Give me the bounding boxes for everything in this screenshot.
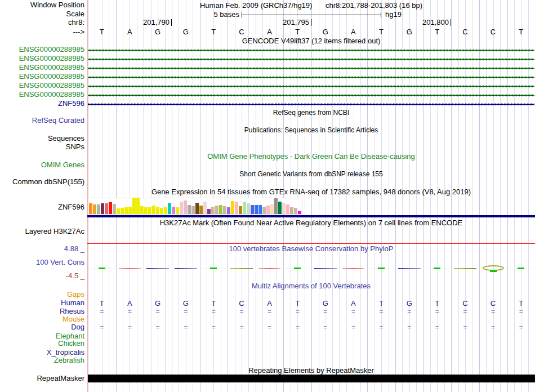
gtex-bar[interactable] — [101, 203, 104, 214]
green-dash — [434, 268, 440, 269]
multiz-row-dog[interactable]: ================ — [88, 323, 535, 332]
multiz-label-mouse[interactable]: Mouse — [0, 315, 84, 323]
gtex-bar[interactable] — [286, 204, 289, 214]
gtex-bar[interactable] — [251, 205, 254, 214]
gtex-bar[interactable] — [117, 208, 120, 214]
gtex-bar[interactable] — [247, 203, 250, 214]
multiz-label-chicken[interactable]: Chicken — [0, 340, 84, 348]
base-cell: C — [479, 28, 507, 36]
gtex-bar[interactable] — [121, 208, 124, 214]
alignment-match-cell: = — [311, 323, 340, 332]
blue-line — [175, 268, 197, 269]
gtex-bar[interactable] — [132, 198, 136, 214]
gtex-bar[interactable] — [160, 208, 163, 214]
gtex-bar[interactable] — [89, 203, 92, 214]
multiz-row-rhesus[interactable]: ================ — [88, 308, 535, 316]
gtex-bar[interactable] — [258, 205, 262, 214]
gtex-bar[interactable] — [184, 201, 187, 214]
gtex-bar[interactable] — [219, 205, 222, 214]
gene-label-ENSG00000288985[interactable]: ENSG00000288985 — [0, 73, 84, 81]
gtex-bar[interactable] — [109, 202, 112, 214]
gene-label-ENSG00000288985[interactable]: ENSG00000288985 — [0, 64, 84, 72]
track-label-snps[interactable]: SNPs — [0, 143, 84, 151]
gene-label-ENSG00000288985[interactable]: ENSG00000288985 — [0, 91, 84, 99]
multiz-label-x_tropicalis[interactable]: X_tropicalis — [0, 349, 84, 357]
gtex-bar[interactable] — [199, 206, 203, 214]
gene-ENSG00000288985[interactable]: <<<<<<<<<<<<<<<<<<<<<<<<<<<<<<<<<<<<<<<<… — [88, 55, 534, 64]
gtex-bar[interactable] — [223, 206, 226, 214]
gtex-bar[interactable] — [274, 198, 278, 214]
gtex-bar[interactable] — [180, 202, 183, 214]
gene-ENSG00000288985[interactable]: <<<<<<<<<<<<<<<<<<<<<<<<<<<<<<<<<<<<<<<<… — [88, 64, 534, 73]
gtex-bar[interactable] — [136, 198, 140, 214]
gtex-bar[interactable] — [203, 202, 207, 214]
gtex-bar[interactable] — [93, 204, 96, 214]
gene-ENSG00000288985[interactable]: <<<<<<<<<<<<<<<<<<<<<<<<<<<<<<<<<<<<<<<<… — [88, 82, 534, 91]
track-label-gtex[interactable]: ZNF596 — [0, 203, 84, 211]
gtex-bar[interactable] — [113, 204, 116, 214]
gtex-bar[interactable] — [152, 206, 155, 214]
alignment-match-cell: = — [144, 308, 172, 316]
gtex-bar[interactable] — [243, 202, 246, 214]
multiz-label-gaps[interactable]: Gaps — [0, 291, 84, 299]
gtex-bar[interactable] — [172, 207, 175, 214]
multiz-label-rhesus[interactable]: Rhesus — [0, 308, 84, 315]
gene-ENSG00000288985[interactable]: <<<<<<<<<<<<<<<<<<<<<<<<<<<<<<<<<<<<<<<<… — [88, 46, 534, 55]
track-label-repeatmasker[interactable]: RepeatMasker — [0, 375, 84, 382]
gtex-bar[interactable] — [105, 203, 108, 214]
gtex-bar[interactable] — [148, 207, 151, 214]
gtex-bar[interactable] — [144, 207, 148, 214]
gtex-bar[interactable] — [124, 207, 128, 214]
gtex-bar[interactable] — [255, 205, 258, 214]
track-label-sequences[interactable]: Sequences — [0, 135, 84, 142]
track-label-dbsnp[interactable]: Common dbSNP(155) — [0, 178, 84, 186]
gene-label-ZNF596[interactable]: ZNF596 — [0, 100, 84, 108]
gtex-bar[interactable] — [211, 207, 215, 214]
gtex-bar[interactable] — [235, 202, 238, 214]
gene-label-ENSG00000288985[interactable]: ENSG00000288985 — [0, 55, 84, 63]
gtex-bar[interactable] — [156, 207, 159, 214]
ruler-row: 201,790201,795201,800 — [0, 18, 535, 27]
gtex-bar[interactable] — [168, 203, 171, 214]
base-cell: C — [228, 28, 256, 36]
gtex-bar[interactable] — [239, 206, 242, 214]
gtex-bar[interactable] — [298, 211, 301, 214]
gene-ENSG00000288985[interactable]: <<<<<<<<<<<<<<<<<<<<<<<<<<<<<<<<<<<<<<<<… — [88, 91, 534, 100]
multiz-label-zebrafish[interactable]: Zebrafish — [0, 357, 84, 364]
gene-label-ENSG00000288985[interactable]: ENSG00000288985 — [0, 82, 84, 90]
gtex-bar[interactable] — [207, 209, 211, 214]
gtex-bar[interactable] — [290, 207, 293, 214]
gtex-bar[interactable] — [188, 205, 191, 214]
phylop-axis-max: 4.88 _ — [0, 245, 84, 253]
gtex-bar[interactable] — [191, 206, 195, 214]
multiz-row-human[interactable]: TAGGTCATGATGTCCT — [88, 299, 535, 308]
gtex-bar[interactable] — [140, 206, 144, 214]
gtex-bar[interactable] — [270, 204, 274, 214]
phylop-axis-min: -4.5 _ — [0, 272, 84, 280]
gtex-bar[interactable] — [97, 204, 100, 214]
gtex-bar[interactable] — [227, 207, 230, 214]
gtex-bar[interactable] — [164, 207, 167, 214]
gtex-bar[interactable] — [266, 206, 270, 214]
gtex-bar[interactable] — [195, 203, 199, 214]
track-label-refseq[interactable]: RefSeq Curated — [0, 117, 84, 124]
gtex-bar[interactable] — [231, 201, 234, 214]
repeatmasker-feature[interactable] — [88, 375, 535, 382]
gene-ENSG00000288985[interactable]: <<<<<<<<<<<<<<<<<<<<<<<<<<<<<<<<<<<<<<<<… — [88, 73, 534, 82]
gene-label-ENSG00000288985[interactable]: ENSG00000288985 — [0, 46, 84, 54]
track-label-phylop[interactable]: 100 Vert. Cons — [0, 259, 84, 266]
gtex-bar[interactable] — [278, 202, 282, 214]
gtex-bar[interactable] — [176, 207, 179, 214]
track-label-omim[interactable]: OMIM Genes — [0, 161, 84, 169]
phylop-row[interactable] — [88, 265, 535, 274]
gtex-bar[interactable] — [128, 207, 132, 214]
phylop-cell-green — [507, 265, 535, 274]
gene-ZNF596[interactable]: >>>>>>>>>>>>>>>>>>>>>>>>>>>>>>>>>>>>>>>>… — [88, 100, 534, 109]
gtex-bar[interactable] — [294, 208, 297, 214]
multiz-label-human[interactable]: Human — [0, 299, 84, 307]
gtex-bar[interactable] — [262, 207, 266, 214]
gtex-bar[interactable] — [215, 206, 219, 214]
track-label-h3k27ac[interactable]: Layered H3K27Ac — [0, 228, 84, 235]
gtex-bar[interactable] — [282, 203, 286, 214]
multiz-label-dog[interactable]: Dog — [0, 323, 84, 331]
